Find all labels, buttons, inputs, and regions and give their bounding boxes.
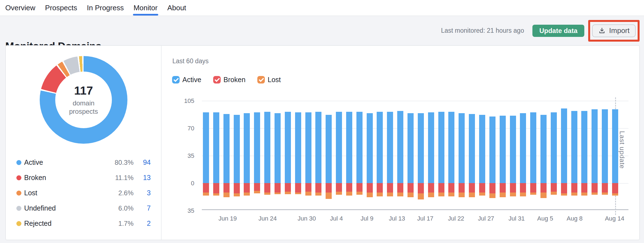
stacked-bar-chart[interactable]: Last update 1057035035Jun 19Jun 24Jun 30… [202,99,628,210]
bar-segment[interactable] [510,193,516,196]
bar-segment[interactable] [234,115,240,183]
filter-broken[interactable]: Broken [213,76,245,84]
bar-segment[interactable] [275,113,281,183]
bar-segment[interactable] [377,193,383,196]
bar-segment[interactable] [561,193,567,196]
bar-segment[interactable] [612,183,618,193]
bar-segment[interactable] [530,112,536,183]
bar-segment[interactable] [469,183,475,193]
bar-segment[interactable] [315,193,321,196]
bar-segment[interactable] [500,183,506,193]
bar-segment[interactable] [551,183,557,192]
bar-segment[interactable] [367,183,373,193]
bar-segment[interactable] [551,112,557,183]
bar-segment[interactable] [581,193,587,196]
bar-segment[interactable] [561,183,567,193]
bar-segment[interactable] [315,183,321,193]
bar-segment[interactable] [203,193,209,196]
bar-segment[interactable] [540,183,547,193]
bar-segment[interactable] [285,112,291,183]
legend-count-link[interactable]: 3 [134,189,151,197]
bar-segment[interactable] [459,193,465,197]
tab-in-progress[interactable]: In Progress [86,0,124,16]
bar-segment[interactable] [561,108,567,183]
bar-segment[interactable] [223,193,230,197]
bar-segment[interactable] [520,183,526,193]
bar-segment[interactable] [592,183,598,193]
bar-segment[interactable] [459,183,465,193]
bar-segment[interactable] [397,193,403,196]
bar-segment[interactable] [275,193,281,194]
tab-overview[interactable]: Overview [5,0,36,16]
bar-segment[interactable] [367,193,373,197]
bar-segment[interactable] [326,183,332,193]
tab-monitor[interactable]: Monitor [133,0,158,16]
bar-segment[interactable] [448,112,454,183]
bar-segment[interactable] [295,112,301,183]
bar-segment[interactable] [223,114,230,183]
bar-segment[interactable] [326,193,332,199]
bar-segment[interactable] [571,193,577,196]
bar-segment[interactable] [540,193,547,198]
bar-segment[interactable] [356,183,363,192]
bar-segment[interactable] [203,112,209,183]
bar-segment[interactable] [356,192,363,195]
bar-segment[interactable] [448,193,454,196]
bar-segment[interactable] [407,183,414,193]
bar-segment[interactable] [500,193,506,197]
bar-segment[interactable] [510,116,516,183]
bar-segment[interactable] [264,193,270,195]
bar-segment[interactable] [295,183,301,193]
bar-segment[interactable] [377,183,383,193]
bar-segment[interactable] [438,183,444,193]
bar-segment[interactable] [530,183,536,193]
bar-segment[interactable] [326,115,332,183]
bar-segment[interactable] [428,112,434,183]
bar-segment[interactable] [428,183,434,193]
bar-segment[interactable] [602,109,608,183]
bar-segment[interactable] [612,109,618,183]
bar-segment[interactable] [387,183,393,193]
bar-segment[interactable] [295,193,301,194]
bar-segment[interactable] [500,116,506,183]
bar-segment[interactable] [469,114,475,183]
bar-segment[interactable] [479,193,485,196]
bar-segment[interactable] [234,193,240,196]
bar-segment[interactable] [602,183,608,193]
tab-about[interactable]: About [167,0,187,16]
bar-segment[interactable] [551,192,557,195]
bar-segment[interactable] [489,117,495,183]
bar-segment[interactable] [479,183,485,193]
bar-segment[interactable] [530,193,536,195]
bar-segment[interactable] [489,193,495,198]
filter-lost[interactable]: Lost [257,76,281,84]
legend-count-link[interactable]: 2 [134,219,151,227]
bar-segment[interactable] [602,193,608,195]
bar-segment[interactable] [418,113,424,183]
bar-segment[interactable] [305,183,311,192]
bar-segment[interactable] [438,112,444,183]
bar-segment[interactable] [489,183,495,193]
bar-segment[interactable] [459,113,465,183]
bar-segment[interactable] [510,183,516,193]
bar-segment[interactable] [213,193,219,196]
bar-segment[interactable] [244,183,250,193]
legend-count-link[interactable]: 7 [134,204,151,212]
checkbox-checked-icon[interactable] [172,76,180,83]
bar-segment[interactable] [346,192,352,196]
bar-segment[interactable] [612,193,618,196]
bar-segment[interactable] [581,111,587,183]
tab-prospects[interactable]: Prospects [44,0,78,16]
status-donut-chart[interactable]: 117 domain prospects [40,56,127,144]
bar-segment[interactable] [213,112,219,183]
bar-segment[interactable] [469,193,475,197]
bar-segment[interactable] [346,183,352,192]
import-button[interactable]: Import [592,24,636,37]
bar-segment[interactable] [254,191,260,193]
bar-segment[interactable] [571,111,577,183]
filter-active[interactable]: Active [172,76,201,84]
bar-segment[interactable] [254,112,260,183]
bar-segment[interactable] [387,193,393,196]
bar-segment[interactable] [367,113,373,183]
bar-segment[interactable] [244,193,250,196]
